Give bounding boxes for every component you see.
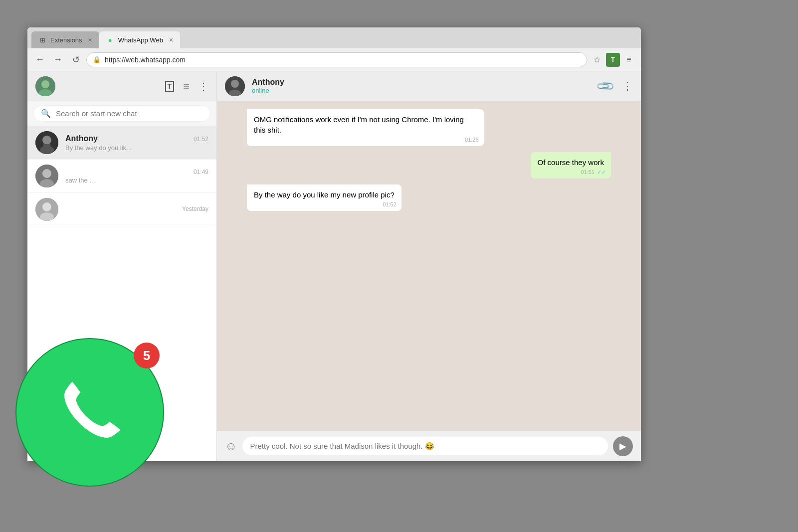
svg-point-11: [42, 202, 51, 211]
search-bar: 🔍: [27, 101, 216, 126]
send-icon: ▶: [619, 441, 626, 452]
chat-name-anthony: Anthony: [65, 134, 98, 143]
chat-avatar-anthony: [35, 131, 58, 154]
search-input[interactable]: [56, 109, 203, 118]
forward-button[interactable]: →: [50, 52, 65, 67]
url-text: https://web.whatsapp.com: [105, 56, 581, 64]
tab-whatsapp-close[interactable]: ×: [169, 36, 173, 44]
search-icon: 🔍: [41, 109, 51, 118]
message-input[interactable]: [242, 437, 608, 455]
svg-point-14: [231, 80, 239, 88]
whatsapp-app: T ≡ ⋮ 🔍: [27, 71, 641, 461]
menu-dots-icon[interactable]: ⋮: [199, 80, 208, 92]
message-2-ticks: ✓✓: [597, 169, 606, 175]
chat-time-anthony: 01:52: [194, 136, 208, 143]
reload-button[interactable]: ↺: [68, 52, 83, 67]
chat-info-3: Yesterday: [65, 205, 208, 213]
svg-point-4: [42, 136, 51, 145]
chat-menu-icon[interactable]: ⋮: [622, 80, 633, 93]
browser-window: ⊞ Extensions × ● WhatsApp Web × ← → ↺ 🔒 …: [27, 27, 641, 461]
contact-status: online: [252, 87, 591, 94]
svg-point-1: [41, 80, 49, 88]
back-button[interactable]: ←: [32, 52, 47, 67]
nav-bar: ← → ↺ 🔒 https://web.whatsapp.com ☆ T ≡: [27, 48, 641, 71]
chat-avatar-2: [35, 165, 58, 187]
message-2: Of course they work 01:51 ✓✓: [531, 152, 611, 178]
chat-info-2: 01:49 saw the ...: [65, 169, 208, 184]
message-3-text: By the way do you like my new profile pi…: [254, 190, 395, 199]
chat-avatar-3: [35, 198, 58, 221]
search-input-wrap[interactable]: 🔍: [33, 105, 210, 122]
chat-time-3: Yesterday: [182, 205, 208, 212]
new-chat-icon[interactable]: ≡: [183, 80, 190, 93]
svg-rect-6: [43, 144, 50, 149]
contact-name: Anthony: [252, 78, 591, 87]
menu-button[interactable]: ≡: [622, 53, 636, 67]
left-panel: T ≡ ⋮ 🔍: [27, 71, 217, 461]
right-panel: Anthony online 📎 ⋮ OMG notifications wor…: [217, 71, 641, 461]
message-1: OMG notifications work even if I'm not u…: [247, 109, 484, 146]
tab-bar: ⊞ Extensions × ● WhatsApp Web ×: [27, 27, 641, 48]
chat-item-2[interactable]: 01:49 saw the ...: [27, 160, 216, 193]
tab-extensions[interactable]: ⊞ Extensions ×: [31, 31, 99, 48]
extension-icon[interactable]: T: [606, 53, 620, 67]
chat-top-2: 01:49: [65, 169, 208, 176]
message-3-time: 01:52: [383, 201, 397, 208]
channel-icon[interactable]: T: [165, 81, 175, 92]
chat-header-icons: 📎 ⋮: [598, 79, 633, 93]
tab-whatsapp-label: WhatsApp Web: [118, 36, 163, 44]
tab-whatsapp[interactable]: ● WhatsApp Web ×: [99, 31, 180, 48]
tab-extensions-close[interactable]: ×: [88, 36, 92, 44]
whatsapp-tab-icon: ●: [106, 36, 114, 44]
send-button[interactable]: ▶: [613, 436, 633, 456]
contact-avatar[interactable]: [225, 76, 245, 96]
chat-preview-anthony: By the way do you lik...: [65, 144, 208, 152]
chat-item-3[interactable]: Yesterday: [27, 193, 216, 226]
messages-area[interactable]: OMG notifications work even if I'm not u…: [217, 101, 641, 430]
message-1-text: OMG notifications work even if I'm not u…: [254, 115, 464, 134]
message-2-text: Of course they work: [538, 158, 604, 167]
chat-top-anthony: Anthony 01:52: [65, 134, 208, 143]
sidebar-header: T ≡ ⋮: [27, 71, 216, 101]
nav-actions: ☆ T ≡: [590, 53, 636, 67]
address-bar[interactable]: 🔒 https://web.whatsapp.com: [86, 52, 587, 67]
message-2-time: 01:51 ✓✓: [581, 169, 606, 176]
attach-icon[interactable]: 📎: [595, 76, 615, 96]
my-avatar-image: [35, 76, 55, 96]
emoji-button[interactable]: ☺: [225, 439, 237, 453]
sidebar-header-icons: T ≡ ⋮: [165, 80, 208, 93]
chat-header: Anthony online 📎 ⋮: [217, 71, 641, 101]
contact-info: Anthony online: [252, 78, 591, 94]
chat-top-3: Yesterday: [65, 205, 208, 212]
message-3: By the way do you like my new profile pi…: [247, 184, 401, 211]
chat-preview-2: saw the ...: [65, 177, 208, 184]
input-area: ☺ ▶: [217, 430, 641, 461]
chat-time-2: 01:49: [194, 169, 208, 176]
my-avatar[interactable]: [35, 76, 55, 96]
svg-point-8: [42, 169, 51, 178]
bookmark-button[interactable]: ☆: [590, 53, 604, 67]
chat-info-anthony: Anthony 01:52 By the way do you lik...: [65, 134, 208, 152]
lock-icon: 🔒: [93, 56, 101, 63]
chat-list: Anthony 01:52 By the way do you lik...: [27, 126, 216, 461]
tab-extensions-label: Extensions: [50, 36, 82, 44]
chat-item-anthony[interactable]: Anthony 01:52 By the way do you lik...: [27, 126, 216, 160]
extensions-icon: ⊞: [38, 36, 46, 44]
message-1-time: 01:26: [465, 136, 479, 144]
